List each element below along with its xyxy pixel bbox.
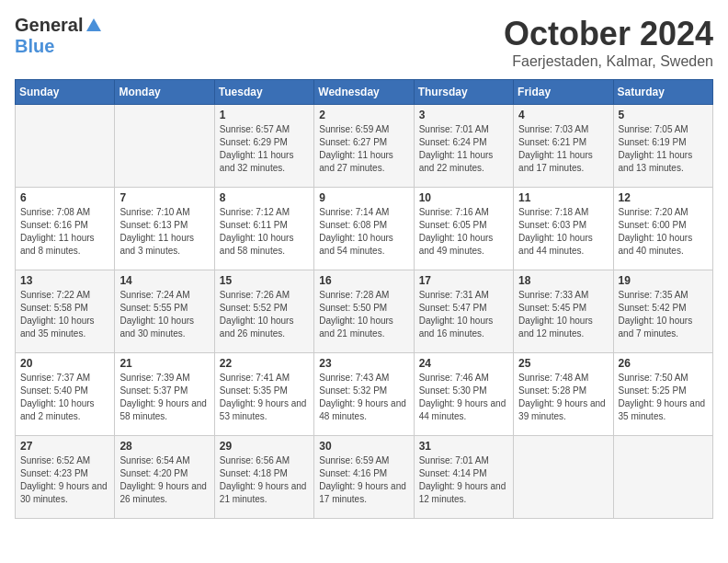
calendar-cell: 20Sunrise: 7:37 AM Sunset: 5:40 PM Dayli… — [16, 353, 115, 436]
day-info: Sunrise: 7:12 AM Sunset: 6:11 PM Dayligh… — [220, 206, 309, 258]
calendar-cell — [115, 105, 214, 188]
day-number: 26 — [619, 357, 708, 370]
calendar-cell: 25Sunrise: 7:48 AM Sunset: 5:28 PM Dayli… — [514, 353, 613, 436]
calendar-cell: 12Sunrise: 7:20 AM Sunset: 6:00 PM Dayli… — [613, 188, 712, 270]
calendar-cell: 6Sunrise: 7:08 AM Sunset: 6:16 PM Daylig… — [16, 188, 115, 270]
day-info: Sunrise: 7:37 AM Sunset: 5:40 PM Dayligh… — [20, 372, 109, 423]
header-cell-saturday: Saturday — [613, 80, 712, 105]
calendar-cell: 9Sunrise: 7:14 AM Sunset: 6:08 PM Daylig… — [314, 188, 414, 270]
day-number: 6 — [20, 191, 109, 204]
day-info: Sunrise: 7:43 AM Sunset: 5:32 PM Dayligh… — [319, 372, 408, 423]
day-info: Sunrise: 6:54 AM Sunset: 4:20 PM Dayligh… — [119, 454, 209, 506]
calendar-week-row: 20Sunrise: 7:37 AM Sunset: 5:40 PM Dayli… — [16, 353, 713, 436]
day-number: 30 — [319, 440, 408, 453]
calendar-cell: 21Sunrise: 7:39 AM Sunset: 5:37 PM Dayli… — [115, 353, 214, 436]
calendar-week-row: 6Sunrise: 7:08 AM Sunset: 6:16 PM Daylig… — [16, 188, 713, 270]
calendar-cell: 19Sunrise: 7:35 AM Sunset: 5:42 PM Dayli… — [613, 270, 712, 353]
day-number: 16 — [319, 274, 408, 287]
day-number: 23 — [319, 357, 408, 370]
day-info: Sunrise: 7:35 AM Sunset: 5:42 PM Dayligh… — [619, 289, 708, 340]
calendar-cell: 11Sunrise: 7:18 AM Sunset: 6:03 PM Dayli… — [514, 188, 613, 270]
day-info: Sunrise: 7:01 AM Sunset: 4:14 PM Dayligh… — [419, 454, 508, 506]
day-info: Sunrise: 7:01 AM Sunset: 6:24 PM Dayligh… — [419, 123, 508, 175]
day-number: 2 — [319, 109, 408, 121]
day-number: 17 — [419, 274, 508, 287]
month-title: October 2024 — [504, 15, 713, 53]
calendar-cell: 13Sunrise: 7:22 AM Sunset: 5:58 PM Dayli… — [16, 270, 115, 353]
day-number: 10 — [419, 191, 508, 204]
calendar-cell: 22Sunrise: 7:41 AM Sunset: 5:35 PM Dayli… — [214, 353, 313, 436]
day-number: 1 — [220, 109, 309, 121]
day-info: Sunrise: 7:03 AM Sunset: 6:21 PM Dayligh… — [518, 123, 608, 175]
day-info: Sunrise: 7:46 AM Sunset: 5:30 PM Dayligh… — [419, 372, 508, 423]
calendar-cell: 7Sunrise: 7:10 AM Sunset: 6:13 PM Daylig… — [115, 188, 214, 270]
calendar-cell: 29Sunrise: 6:56 AM Sunset: 4:18 PM Dayli… — [214, 436, 313, 519]
page-header: General Blue October 2024 Faerjestaden, … — [15, 15, 713, 70]
day-info: Sunrise: 7:22 AM Sunset: 5:58 PM Dayligh… — [20, 289, 109, 340]
day-info: Sunrise: 7:14 AM Sunset: 6:08 PM Dayligh… — [319, 206, 408, 258]
day-number: 27 — [20, 440, 109, 453]
day-info: Sunrise: 7:20 AM Sunset: 6:00 PM Dayligh… — [619, 206, 708, 258]
calendar-cell: 5Sunrise: 7:05 AM Sunset: 6:19 PM Daylig… — [613, 105, 712, 188]
calendar-cell: 10Sunrise: 7:16 AM Sunset: 6:05 PM Dayli… — [414, 188, 513, 270]
day-number: 13 — [20, 274, 109, 287]
day-info: Sunrise: 7:05 AM Sunset: 6:19 PM Dayligh… — [619, 123, 708, 175]
day-number: 19 — [619, 274, 708, 287]
day-number: 12 — [619, 191, 708, 204]
day-number: 5 — [619, 109, 708, 121]
calendar-cell: 15Sunrise: 7:26 AM Sunset: 5:52 PM Dayli… — [214, 270, 313, 353]
day-info: Sunrise: 7:31 AM Sunset: 5:47 PM Dayligh… — [419, 289, 508, 340]
calendar-cell: 14Sunrise: 7:24 AM Sunset: 5:55 PM Dayli… — [115, 270, 214, 353]
day-number: 28 — [119, 440, 209, 453]
calendar-cell: 26Sunrise: 7:50 AM Sunset: 5:25 PM Dayli… — [613, 353, 712, 436]
calendar-cell — [514, 436, 613, 519]
day-info: Sunrise: 7:50 AM Sunset: 5:25 PM Dayligh… — [619, 372, 708, 423]
day-number: 18 — [518, 274, 608, 287]
calendar-cell — [613, 436, 712, 519]
day-number: 14 — [119, 274, 209, 287]
calendar-header-row: SundayMondayTuesdayWednesdayThursdayFrid… — [16, 80, 713, 105]
calendar-cell: 4Sunrise: 7:03 AM Sunset: 6:21 PM Daylig… — [514, 105, 613, 188]
calendar-cell: 23Sunrise: 7:43 AM Sunset: 5:32 PM Dayli… — [314, 353, 414, 436]
day-info: Sunrise: 7:28 AM Sunset: 5:50 PM Dayligh… — [319, 289, 408, 340]
day-info: Sunrise: 7:33 AM Sunset: 5:45 PM Dayligh… — [518, 289, 608, 340]
day-number: 3 — [419, 109, 508, 121]
day-number: 25 — [518, 357, 608, 370]
day-info: Sunrise: 6:52 AM Sunset: 4:23 PM Dayligh… — [20, 454, 109, 506]
header-cell-monday: Monday — [115, 80, 214, 105]
header-cell-tuesday: Tuesday — [214, 80, 313, 105]
day-number: 22 — [220, 357, 309, 370]
day-number: 8 — [220, 191, 309, 204]
day-number: 21 — [119, 357, 209, 370]
calendar-cell: 3Sunrise: 7:01 AM Sunset: 6:24 PM Daylig… — [414, 105, 513, 188]
calendar-cell: 31Sunrise: 7:01 AM Sunset: 4:14 PM Dayli… — [414, 436, 513, 519]
day-info: Sunrise: 6:57 AM Sunset: 6:29 PM Dayligh… — [220, 123, 309, 175]
day-number: 4 — [518, 109, 608, 121]
calendar-table: SundayMondayTuesdayWednesdayThursdayFrid… — [15, 79, 713, 519]
day-info: Sunrise: 7:08 AM Sunset: 6:16 PM Dayligh… — [20, 206, 109, 258]
calendar-cell: 28Sunrise: 6:54 AM Sunset: 4:20 PM Dayli… — [115, 436, 214, 519]
calendar-cell: 17Sunrise: 7:31 AM Sunset: 5:47 PM Dayli… — [414, 270, 513, 353]
day-info: Sunrise: 7:24 AM Sunset: 5:55 PM Dayligh… — [119, 289, 209, 340]
header-cell-friday: Friday — [514, 80, 613, 105]
header-cell-thursday: Thursday — [414, 80, 513, 105]
calendar-week-row: 1Sunrise: 6:57 AM Sunset: 6:29 PM Daylig… — [16, 105, 713, 188]
day-number: 15 — [220, 274, 309, 287]
calendar-week-row: 13Sunrise: 7:22 AM Sunset: 5:58 PM Dayli… — [16, 270, 713, 353]
logo-icon — [85, 17, 103, 35]
day-number: 24 — [419, 357, 508, 370]
day-info: Sunrise: 7:39 AM Sunset: 5:37 PM Dayligh… — [119, 372, 209, 423]
calendar-cell: 30Sunrise: 6:59 AM Sunset: 4:16 PM Dayli… — [314, 436, 414, 519]
header-cell-sunday: Sunday — [16, 80, 115, 105]
title-block: October 2024 Faerjestaden, Kalmar, Swede… — [504, 15, 713, 70]
day-info: Sunrise: 7:48 AM Sunset: 5:28 PM Dayligh… — [518, 372, 608, 423]
calendar-cell — [16, 105, 115, 188]
calendar-body: 1Sunrise: 6:57 AM Sunset: 6:29 PM Daylig… — [16, 105, 713, 519]
day-info: Sunrise: 7:26 AM Sunset: 5:52 PM Dayligh… — [220, 289, 309, 340]
logo-general-text: General — [15, 15, 83, 36]
calendar-cell: 8Sunrise: 7:12 AM Sunset: 6:11 PM Daylig… — [214, 188, 313, 270]
calendar-cell: 24Sunrise: 7:46 AM Sunset: 5:30 PM Dayli… — [414, 353, 513, 436]
day-number: 20 — [20, 357, 109, 370]
day-info: Sunrise: 6:59 AM Sunset: 6:27 PM Dayligh… — [319, 123, 408, 175]
svg-marker-0 — [86, 18, 101, 31]
